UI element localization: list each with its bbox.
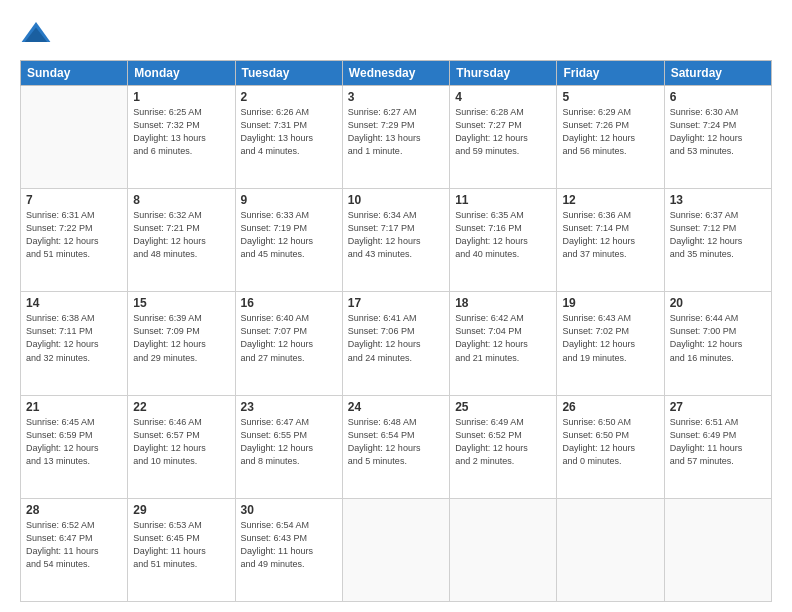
calendar-cell: 19Sunrise: 6:43 AM Sunset: 7:02 PM Dayli… bbox=[557, 292, 664, 395]
day-info: Sunrise: 6:47 AM Sunset: 6:55 PM Dayligh… bbox=[241, 416, 337, 468]
page: SundayMondayTuesdayWednesdayThursdayFrid… bbox=[0, 0, 792, 612]
calendar-cell: 6Sunrise: 6:30 AM Sunset: 7:24 PM Daylig… bbox=[664, 86, 771, 189]
day-number: 27 bbox=[670, 400, 766, 414]
calendar-cell: 29Sunrise: 6:53 AM Sunset: 6:45 PM Dayli… bbox=[128, 498, 235, 601]
calendar-cell: 22Sunrise: 6:46 AM Sunset: 6:57 PM Dayli… bbox=[128, 395, 235, 498]
calendar-week-4: 21Sunrise: 6:45 AM Sunset: 6:59 PM Dayli… bbox=[21, 395, 772, 498]
day-number: 30 bbox=[241, 503, 337, 517]
day-number: 14 bbox=[26, 296, 122, 310]
day-info: Sunrise: 6:37 AM Sunset: 7:12 PM Dayligh… bbox=[670, 209, 766, 261]
calendar-week-5: 28Sunrise: 6:52 AM Sunset: 6:47 PM Dayli… bbox=[21, 498, 772, 601]
day-number: 20 bbox=[670, 296, 766, 310]
calendar-cell: 27Sunrise: 6:51 AM Sunset: 6:49 PM Dayli… bbox=[664, 395, 771, 498]
calendar-cell: 21Sunrise: 6:45 AM Sunset: 6:59 PM Dayli… bbox=[21, 395, 128, 498]
day-number: 13 bbox=[670, 193, 766, 207]
calendar-cell: 7Sunrise: 6:31 AM Sunset: 7:22 PM Daylig… bbox=[21, 189, 128, 292]
calendar-cell: 30Sunrise: 6:54 AM Sunset: 6:43 PM Dayli… bbox=[235, 498, 342, 601]
calendar-cell: 2Sunrise: 6:26 AM Sunset: 7:31 PM Daylig… bbox=[235, 86, 342, 189]
day-info: Sunrise: 6:26 AM Sunset: 7:31 PM Dayligh… bbox=[241, 106, 337, 158]
day-info: Sunrise: 6:51 AM Sunset: 6:49 PM Dayligh… bbox=[670, 416, 766, 468]
calendar-cell: 3Sunrise: 6:27 AM Sunset: 7:29 PM Daylig… bbox=[342, 86, 449, 189]
day-number: 23 bbox=[241, 400, 337, 414]
calendar-cell bbox=[21, 86, 128, 189]
day-info: Sunrise: 6:28 AM Sunset: 7:27 PM Dayligh… bbox=[455, 106, 551, 158]
calendar-cell: 23Sunrise: 6:47 AM Sunset: 6:55 PM Dayli… bbox=[235, 395, 342, 498]
day-number: 4 bbox=[455, 90, 551, 104]
calendar-cell: 24Sunrise: 6:48 AM Sunset: 6:54 PM Dayli… bbox=[342, 395, 449, 498]
day-number: 17 bbox=[348, 296, 444, 310]
calendar-cell: 1Sunrise: 6:25 AM Sunset: 7:32 PM Daylig… bbox=[128, 86, 235, 189]
weekday-header-tuesday: Tuesday bbox=[235, 61, 342, 86]
calendar-week-3: 14Sunrise: 6:38 AM Sunset: 7:11 PM Dayli… bbox=[21, 292, 772, 395]
calendar-cell: 10Sunrise: 6:34 AM Sunset: 7:17 PM Dayli… bbox=[342, 189, 449, 292]
logo-icon bbox=[20, 18, 52, 50]
day-number: 18 bbox=[455, 296, 551, 310]
day-number: 12 bbox=[562, 193, 658, 207]
calendar-header: SundayMondayTuesdayWednesdayThursdayFrid… bbox=[21, 61, 772, 86]
calendar-cell: 28Sunrise: 6:52 AM Sunset: 6:47 PM Dayli… bbox=[21, 498, 128, 601]
day-info: Sunrise: 6:34 AM Sunset: 7:17 PM Dayligh… bbox=[348, 209, 444, 261]
day-info: Sunrise: 6:49 AM Sunset: 6:52 PM Dayligh… bbox=[455, 416, 551, 468]
day-number: 10 bbox=[348, 193, 444, 207]
day-info: Sunrise: 6:45 AM Sunset: 6:59 PM Dayligh… bbox=[26, 416, 122, 468]
calendar-cell: 8Sunrise: 6:32 AM Sunset: 7:21 PM Daylig… bbox=[128, 189, 235, 292]
day-info: Sunrise: 6:38 AM Sunset: 7:11 PM Dayligh… bbox=[26, 312, 122, 364]
day-info: Sunrise: 6:54 AM Sunset: 6:43 PM Dayligh… bbox=[241, 519, 337, 571]
day-info: Sunrise: 6:25 AM Sunset: 7:32 PM Dayligh… bbox=[133, 106, 229, 158]
calendar-cell bbox=[342, 498, 449, 601]
day-number: 16 bbox=[241, 296, 337, 310]
calendar-cell: 11Sunrise: 6:35 AM Sunset: 7:16 PM Dayli… bbox=[450, 189, 557, 292]
day-info: Sunrise: 6:44 AM Sunset: 7:00 PM Dayligh… bbox=[670, 312, 766, 364]
calendar-cell: 9Sunrise: 6:33 AM Sunset: 7:19 PM Daylig… bbox=[235, 189, 342, 292]
day-number: 28 bbox=[26, 503, 122, 517]
day-info: Sunrise: 6:29 AM Sunset: 7:26 PM Dayligh… bbox=[562, 106, 658, 158]
day-number: 19 bbox=[562, 296, 658, 310]
calendar-cell: 13Sunrise: 6:37 AM Sunset: 7:12 PM Dayli… bbox=[664, 189, 771, 292]
day-number: 7 bbox=[26, 193, 122, 207]
day-info: Sunrise: 6:52 AM Sunset: 6:47 PM Dayligh… bbox=[26, 519, 122, 571]
calendar-cell bbox=[664, 498, 771, 601]
day-number: 11 bbox=[455, 193, 551, 207]
calendar-cell: 18Sunrise: 6:42 AM Sunset: 7:04 PM Dayli… bbox=[450, 292, 557, 395]
day-number: 3 bbox=[348, 90, 444, 104]
calendar-cell: 20Sunrise: 6:44 AM Sunset: 7:00 PM Dayli… bbox=[664, 292, 771, 395]
day-number: 22 bbox=[133, 400, 229, 414]
day-info: Sunrise: 6:33 AM Sunset: 7:19 PM Dayligh… bbox=[241, 209, 337, 261]
calendar-cell: 14Sunrise: 6:38 AM Sunset: 7:11 PM Dayli… bbox=[21, 292, 128, 395]
calendar-table: SundayMondayTuesdayWednesdayThursdayFrid… bbox=[20, 60, 772, 602]
day-info: Sunrise: 6:43 AM Sunset: 7:02 PM Dayligh… bbox=[562, 312, 658, 364]
day-number: 6 bbox=[670, 90, 766, 104]
day-info: Sunrise: 6:32 AM Sunset: 7:21 PM Dayligh… bbox=[133, 209, 229, 261]
calendar-cell: 4Sunrise: 6:28 AM Sunset: 7:27 PM Daylig… bbox=[450, 86, 557, 189]
day-number: 8 bbox=[133, 193, 229, 207]
calendar-cell: 17Sunrise: 6:41 AM Sunset: 7:06 PM Dayli… bbox=[342, 292, 449, 395]
calendar-week-1: 1Sunrise: 6:25 AM Sunset: 7:32 PM Daylig… bbox=[21, 86, 772, 189]
day-info: Sunrise: 6:27 AM Sunset: 7:29 PM Dayligh… bbox=[348, 106, 444, 158]
calendar-cell: 16Sunrise: 6:40 AM Sunset: 7:07 PM Dayli… bbox=[235, 292, 342, 395]
day-number: 26 bbox=[562, 400, 658, 414]
day-number: 15 bbox=[133, 296, 229, 310]
day-number: 9 bbox=[241, 193, 337, 207]
day-info: Sunrise: 6:35 AM Sunset: 7:16 PM Dayligh… bbox=[455, 209, 551, 261]
day-info: Sunrise: 6:46 AM Sunset: 6:57 PM Dayligh… bbox=[133, 416, 229, 468]
day-number: 29 bbox=[133, 503, 229, 517]
calendar-cell: 15Sunrise: 6:39 AM Sunset: 7:09 PM Dayli… bbox=[128, 292, 235, 395]
weekday-header-monday: Monday bbox=[128, 61, 235, 86]
calendar-cell bbox=[450, 498, 557, 601]
day-info: Sunrise: 6:30 AM Sunset: 7:24 PM Dayligh… bbox=[670, 106, 766, 158]
day-info: Sunrise: 6:41 AM Sunset: 7:06 PM Dayligh… bbox=[348, 312, 444, 364]
calendar-cell bbox=[557, 498, 664, 601]
day-info: Sunrise: 6:50 AM Sunset: 6:50 PM Dayligh… bbox=[562, 416, 658, 468]
calendar-cell: 26Sunrise: 6:50 AM Sunset: 6:50 PM Dayli… bbox=[557, 395, 664, 498]
weekday-header-thursday: Thursday bbox=[450, 61, 557, 86]
weekday-header-saturday: Saturday bbox=[664, 61, 771, 86]
day-info: Sunrise: 6:48 AM Sunset: 6:54 PM Dayligh… bbox=[348, 416, 444, 468]
day-number: 1 bbox=[133, 90, 229, 104]
weekday-row: SundayMondayTuesdayWednesdayThursdayFrid… bbox=[21, 61, 772, 86]
calendar-body: 1Sunrise: 6:25 AM Sunset: 7:32 PM Daylig… bbox=[21, 86, 772, 602]
day-info: Sunrise: 6:39 AM Sunset: 7:09 PM Dayligh… bbox=[133, 312, 229, 364]
day-number: 21 bbox=[26, 400, 122, 414]
day-number: 2 bbox=[241, 90, 337, 104]
day-info: Sunrise: 6:31 AM Sunset: 7:22 PM Dayligh… bbox=[26, 209, 122, 261]
day-info: Sunrise: 6:53 AM Sunset: 6:45 PM Dayligh… bbox=[133, 519, 229, 571]
